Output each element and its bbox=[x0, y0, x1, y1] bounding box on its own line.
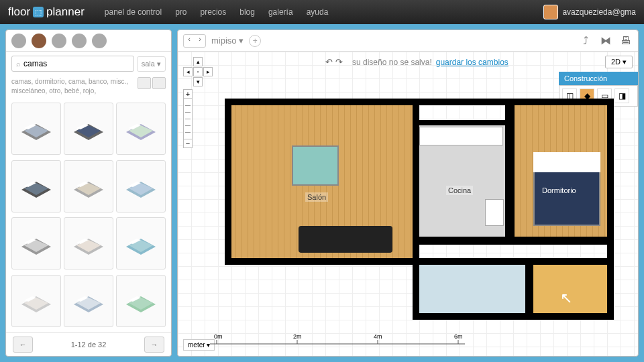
info-icon[interactable] bbox=[11, 34, 26, 48]
pan-left[interactable]: ◂ bbox=[183, 67, 193, 76]
sofa[interactable] bbox=[299, 226, 392, 253]
canvas-toolbar: ‹ › mipiso ▾ + ⤴ ⧓ 🖶 bbox=[178, 30, 638, 52]
ruler: 0m 2m 4m 6m bbox=[210, 333, 478, 349]
furniture-item[interactable] bbox=[11, 217, 61, 269]
furniture-grid bbox=[6, 100, 171, 332]
top-navbar: floor ⬚ planner panel de control pro pre… bbox=[0, 0, 644, 24]
nav-panel[interactable]: panel de control bbox=[105, 7, 162, 17]
zoom-slider[interactable] bbox=[183, 99, 193, 139]
print-icon[interactable]: 🖶 bbox=[619, 34, 633, 48]
nav-galeria[interactable]: galería bbox=[268, 7, 293, 17]
pan-zoom-control: ▴ ◂◦▸ ▾ + − bbox=[183, 57, 213, 148]
sidebar: ⌕ sala ▾ camas, dormitorio, cama, banco,… bbox=[5, 29, 172, 357]
svg-text:0m: 0m bbox=[214, 333, 223, 340]
furniture-item[interactable] bbox=[11, 275, 61, 327]
sidebar-toolbar bbox=[6, 30, 171, 52]
window-tool-icon[interactable]: ◨ bbox=[614, 88, 629, 103]
svg-text:2m: 2m bbox=[293, 333, 302, 340]
furniture-item[interactable] bbox=[64, 160, 113, 213]
view-3d-icon[interactable] bbox=[138, 77, 151, 89]
back-button[interactable]: ‹ bbox=[184, 35, 195, 47]
room-label-dormitorio: Dormitorio bbox=[540, 186, 578, 195]
kitchen-counter[interactable] bbox=[419, 127, 503, 145]
room-label-cocina: Cocina bbox=[446, 186, 473, 195]
user-email: avazquezieda@gma bbox=[562, 7, 636, 17]
search-box[interactable]: ⌕ bbox=[11, 56, 134, 72]
redo-button[interactable]: ↷ bbox=[335, 57, 343, 67]
pager-text: 1-12 de 32 bbox=[71, 341, 107, 349]
room-label-salon: Salón bbox=[305, 192, 328, 202]
export-icon[interactable]: ⤴ bbox=[579, 34, 592, 48]
prev-page-button[interactable]: ← bbox=[13, 337, 33, 353]
floorplan[interactable]: ↖ Salón Cocina Dormitorio bbox=[225, 99, 614, 320]
canvas-area: ‹ › mipiso ▾ + ⤴ ⧓ 🖶 ▴ ◂◦▸ ▾ + bbox=[177, 29, 639, 357]
cursor-icon: ↖ bbox=[560, 290, 576, 306]
furniture-item[interactable] bbox=[116, 275, 166, 327]
furniture-item[interactable] bbox=[11, 160, 61, 213]
help-icon[interactable] bbox=[92, 34, 107, 48]
furniture-item[interactable] bbox=[116, 217, 166, 269]
logo-text-1: floor bbox=[8, 5, 30, 19]
furniture-item[interactable] bbox=[116, 103, 166, 155]
user-avatar bbox=[543, 5, 558, 19]
nav-pro[interactable]: pro bbox=[175, 7, 186, 17]
save-bar: ↶ ↷ su diseño no se salva! guardar los c… bbox=[325, 57, 508, 67]
furniture-icon[interactable] bbox=[32, 34, 46, 48]
user-area[interactable]: avazquezieda@gma bbox=[543, 5, 636, 19]
save-link[interactable]: guardar los cambios bbox=[436, 58, 508, 67]
pan-center[interactable]: ◦ bbox=[193, 67, 203, 76]
settings-icon[interactable] bbox=[72, 34, 87, 48]
furniture-item[interactable] bbox=[64, 275, 113, 327]
pager: ← 1-12 de 32 → bbox=[6, 332, 171, 356]
nav-precios[interactable]: precios bbox=[201, 7, 227, 17]
view-2d-icon[interactable] bbox=[152, 77, 166, 89]
undo-button[interactable]: ↶ bbox=[325, 57, 333, 67]
logo-icon: ⬚ bbox=[33, 7, 44, 17]
svg-text:4m: 4m bbox=[374, 333, 382, 340]
pan-right[interactable]: ▸ bbox=[203, 67, 213, 76]
furniture-item[interactable] bbox=[116, 160, 166, 213]
furniture-item[interactable] bbox=[64, 217, 113, 269]
svg-text:6m: 6m bbox=[454, 333, 463, 340]
search-icon: ⌕ bbox=[16, 60, 21, 68]
furniture-item[interactable] bbox=[64, 103, 113, 155]
nav-ayuda[interactable]: ayuda bbox=[307, 7, 329, 17]
search-input[interactable] bbox=[23, 59, 129, 68]
forward-button[interactable]: › bbox=[195, 35, 205, 47]
dining-table[interactable] bbox=[292, 145, 339, 186]
history-nav: ‹ › bbox=[183, 34, 206, 48]
zoom-in[interactable]: + bbox=[183, 89, 193, 99]
add-button[interactable]: + bbox=[249, 35, 261, 47]
canvas[interactable]: ▴ ◂◦▸ ▾ + − ↶ ↷ su diseño no se salva bbox=[178, 52, 638, 356]
next-page-button[interactable]: → bbox=[144, 337, 164, 353]
room-filter[interactable]: sala ▾ bbox=[137, 56, 166, 72]
furniture-item[interactable] bbox=[11, 103, 61, 155]
share-icon[interactable]: ⧓ bbox=[599, 34, 612, 48]
nav-blog[interactable]: blog bbox=[239, 7, 255, 17]
photos-icon[interactable] bbox=[52, 34, 66, 48]
logo-text-2: planner bbox=[46, 5, 85, 19]
view-mode-toggle[interactable]: 2D ▾ bbox=[605, 56, 633, 68]
fridge[interactable] bbox=[485, 199, 504, 226]
project-name[interactable]: mipiso ▾ bbox=[211, 36, 244, 46]
search-tags: camas, dormitorio, cama, banco, misc., m… bbox=[11, 77, 138, 96]
construction-title: Construcción bbox=[559, 72, 638, 85]
zoom-out[interactable]: − bbox=[183, 139, 193, 148]
logo[interactable]: floor ⬚ planner bbox=[8, 5, 85, 19]
pan-up[interactable]: ▴ bbox=[193, 57, 203, 66]
save-message: su diseño no se salva! bbox=[352, 58, 432, 67]
pan-down[interactable]: ▾ bbox=[193, 77, 203, 86]
